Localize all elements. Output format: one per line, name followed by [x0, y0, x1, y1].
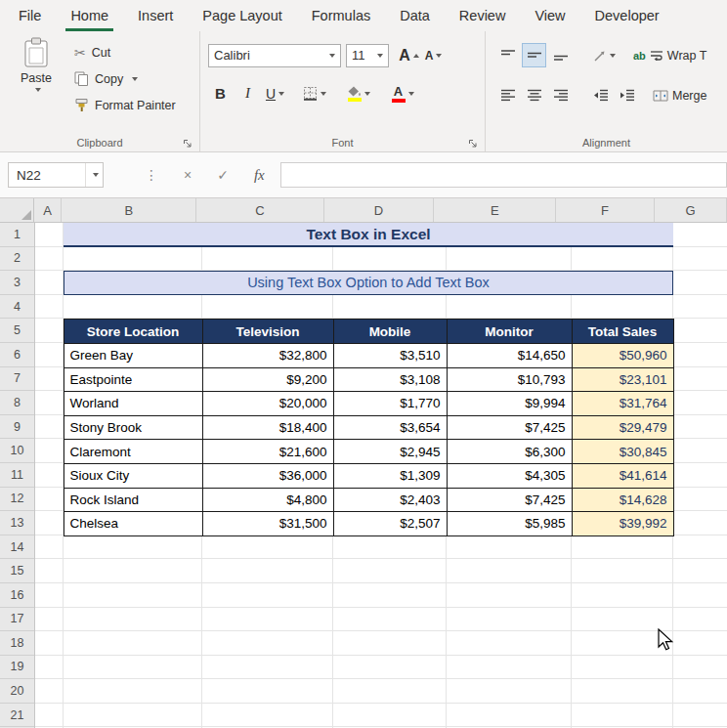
column-header-D[interactable]: D [324, 198, 435, 222]
row-header-14[interactable]: 14 [0, 535, 34, 560]
underline-button[interactable]: U [263, 81, 287, 106]
sales-value-cell[interactable]: $4,305 [447, 463, 572, 488]
italic-button[interactable]: I [235, 81, 260, 106]
column-header-B[interactable]: B [62, 198, 196, 222]
merged-title-cell[interactable]: Text Box in Excel [64, 223, 673, 247]
total-sales-cell[interactable]: $31,764 [572, 392, 673, 416]
table-header-cell[interactable]: Mobile [333, 320, 447, 344]
sales-value-cell[interactable]: $9,200 [202, 367, 333, 392]
row-header-19[interactable]: 19 [0, 656, 34, 680]
sales-value-cell[interactable]: $5,985 [447, 512, 572, 536]
table-header-cell[interactable]: Store Location [64, 320, 202, 344]
font-color-button[interactable]: A [386, 81, 419, 106]
store-name-cell[interactable]: Green Bay [64, 343, 202, 367]
sales-value-cell[interactable]: $36,000 [202, 463, 333, 488]
column-header-G[interactable]: G [655, 198, 727, 222]
increase-font-size-button[interactable]: A [397, 43, 421, 67]
font-name-select[interactable]: Calibri [208, 44, 341, 67]
store-name-cell[interactable]: Worland [64, 392, 202, 416]
sales-value-cell[interactable]: $3,654 [333, 415, 447, 440]
total-sales-cell[interactable]: $29,479 [572, 415, 673, 440]
total-sales-cell[interactable]: $14,628 [572, 488, 673, 512]
enter-icon[interactable]: ✓ [217, 167, 229, 183]
total-sales-cell[interactable]: $50,960 [572, 343, 673, 367]
store-name-cell[interactable]: Rock Island [64, 488, 202, 512]
total-sales-cell[interactable]: $41,614 [572, 463, 673, 488]
column-header-E[interactable]: E [434, 198, 555, 222]
align-center-button[interactable] [522, 83, 546, 107]
row-header-15[interactable]: 15 [0, 559, 34, 583]
select-all-corner[interactable] [0, 198, 34, 222]
sales-value-cell[interactable]: $31,500 [202, 512, 333, 536]
tab-page-layout[interactable]: Page Layout [188, 0, 296, 31]
table-header-cell[interactable]: Total Sales [572, 320, 673, 344]
sales-value-cell[interactable]: $6,300 [447, 440, 572, 464]
insert-function-icon[interactable]: fx [254, 167, 265, 184]
tab-file[interactable]: File [4, 0, 56, 31]
font-dialog-launcher[interactable] [468, 135, 480, 147]
sales-value-cell[interactable]: $7,425 [447, 488, 572, 512]
merged-subtitle-cell[interactable]: Using Text Box Option to Add Text Box [64, 271, 673, 295]
align-left-button[interactable] [495, 83, 520, 107]
row-header-3[interactable]: 3 [0, 271, 34, 295]
name-box-dropdown[interactable] [85, 163, 103, 187]
table-header-cell[interactable]: Television [202, 320, 333, 344]
sales-value-cell[interactable]: $1,309 [333, 463, 447, 488]
table-header-cell[interactable]: Monitor [447, 320, 572, 344]
row-header-13[interactable]: 13 [0, 511, 34, 535]
cut-button[interactable]: ✂ Cut [70, 39, 180, 65]
clipboard-dialog-launcher[interactable] [183, 135, 194, 147]
borders-button[interactable] [298, 81, 331, 106]
store-name-cell[interactable]: Stony Brook [64, 415, 202, 440]
orientation-button[interactable] [588, 43, 620, 67]
sales-value-cell[interactable]: $7,425 [447, 415, 572, 440]
row-header-16[interactable]: 16 [0, 583, 34, 608]
format-painter-button[interactable]: Format Painter [70, 92, 180, 118]
sales-value-cell[interactable]: $4,800 [202, 488, 333, 512]
sales-value-cell[interactable]: $21,600 [202, 440, 333, 464]
sales-value-cell[interactable]: $1,770 [333, 392, 447, 416]
middle-align-button[interactable] [522, 43, 546, 67]
row-header-11[interactable]: 11 [0, 463, 34, 488]
row-header-9[interactable]: 9 [0, 415, 34, 440]
total-sales-cell[interactable]: $30,845 [572, 440, 673, 464]
cancel-icon[interactable]: × [184, 167, 192, 183]
copy-button[interactable]: Copy [70, 65, 180, 92]
total-sales-cell[interactable]: $39,992 [572, 512, 673, 536]
sales-value-cell[interactable]: $14,650 [447, 343, 572, 367]
row-header-12[interactable]: 12 [0, 488, 34, 512]
column-header-C[interactable]: C [196, 198, 323, 222]
row-header-6[interactable]: 6 [0, 343, 34, 367]
row-header-5[interactable]: 5 [0, 319, 34, 343]
row-header-21[interactable]: 21 [0, 704, 34, 728]
tab-developer[interactable]: Developer [580, 0, 674, 31]
sales-value-cell[interactable]: $2,403 [333, 488, 447, 512]
store-name-cell[interactable]: Sioux City [64, 463, 202, 488]
row-header-2[interactable]: 2 [0, 247, 34, 272]
sales-value-cell[interactable]: $2,507 [333, 512, 447, 536]
row-header-17[interactable]: 17 [0, 608, 34, 632]
fill-color-button[interactable] [342, 81, 375, 106]
sales-value-cell[interactable]: $10,793 [447, 367, 572, 392]
row-header-20[interactable]: 20 [0, 679, 34, 704]
font-size-select[interactable]: 11 [346, 44, 389, 67]
tab-review[interactable]: Review [445, 0, 521, 31]
decrease-font-size-button[interactable]: A [421, 43, 446, 67]
sales-value-cell[interactable]: $3,510 [333, 343, 447, 367]
formula-input[interactable] [280, 162, 727, 188]
row-header-4[interactable]: 4 [0, 295, 34, 320]
sales-value-cell[interactable]: $32,800 [202, 343, 333, 367]
worksheet[interactable]: ABCDEFG 12345678910111213141516171819202… [0, 198, 727, 728]
column-header-A[interactable]: A [34, 198, 62, 222]
sales-table[interactable]: Store LocationTelevisionMobileMonitorTot… [64, 319, 674, 535]
row-header-7[interactable]: 7 [0, 367, 34, 392]
wrap-text-button[interactable]: ab Wrap T [633, 49, 706, 63]
sales-value-cell[interactable]: $9,994 [447, 392, 572, 416]
increase-indent-button[interactable] [615, 83, 639, 107]
row-header-8[interactable]: 8 [0, 391, 34, 415]
align-right-button[interactable] [548, 83, 573, 107]
store-name-cell[interactable]: Eastpointe [64, 367, 202, 392]
sales-value-cell[interactable]: $18,400 [202, 415, 333, 440]
total-sales-cell[interactable]: $23,101 [572, 367, 673, 392]
tab-data[interactable]: Data [385, 0, 445, 31]
